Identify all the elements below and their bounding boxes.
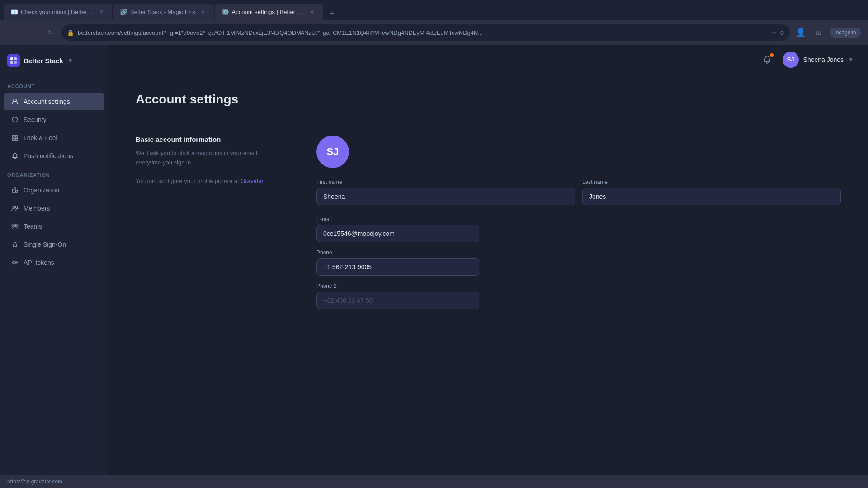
- avatar-row: SJ: [316, 136, 841, 168]
- basic-info-description: Basic account information We'll ask you …: [136, 136, 289, 316]
- extensions-button[interactable]: ⊞: [811, 25, 826, 40]
- sidebar-header: Better Stack ▼: [0, 45, 108, 76]
- phone-input[interactable]: [316, 258, 479, 276]
- members-icon: [11, 204, 19, 212]
- brand-icon: [7, 54, 20, 67]
- browser-toolbar: ← → ↻ 🔒 betterstack.com/settings/account…: [0, 20, 868, 45]
- last-name-group: Last name: [582, 179, 841, 205]
- sidebar-item-account-settings[interactable]: Account settings: [4, 93, 104, 110]
- sidebar-item-teams[interactable]: Teams: [4, 218, 104, 235]
- security-icon: [11, 116, 19, 124]
- browser-chrome: 📧 Check your inbox | Better Stack ✕ 🔗 Be…: [0, 0, 868, 45]
- sso-icon: [11, 240, 19, 249]
- sidebar-security-label: Security: [24, 116, 47, 123]
- address-bar-icons: ☆ ⊕: [771, 29, 784, 36]
- profile-button[interactable]: 👤: [793, 25, 808, 40]
- sidebar-api-tokens-label: API tokens: [24, 259, 54, 266]
- gravatar-suffix: .: [263, 178, 265, 184]
- svg-rect-5: [12, 135, 14, 137]
- user-name: Sheena Jones: [803, 56, 844, 63]
- email-input-wrapper: [316, 225, 479, 242]
- account-settings-icon: [11, 98, 19, 106]
- look-feel-icon: [11, 134, 19, 142]
- svg-rect-3: [14, 61, 17, 64]
- user-chevron-icon: ▼: [848, 56, 854, 63]
- app-topbar: SJ Sheena Jones ▼: [108, 45, 868, 74]
- brand-logo[interactable]: Better Stack ▼: [7, 54, 73, 67]
- notification-dot: [770, 53, 774, 57]
- email-section: E-mail Phone Phone 2: [316, 216, 841, 309]
- sidebar-teams-label: Teams: [24, 223, 42, 230]
- tab-3-close[interactable]: ✕: [309, 8, 316, 15]
- back-button[interactable]: ←: [7, 25, 22, 40]
- sidebar-item-push-notifications[interactable]: Push notifications: [4, 147, 104, 164]
- organization-icon: [11, 186, 19, 194]
- tab-3-title: Account settings | Better Stack: [232, 9, 305, 15]
- sidebar-sso-label: Single Sign-On: [24, 241, 66, 248]
- email-input[interactable]: [316, 225, 479, 242]
- forward-button[interactable]: →: [25, 25, 40, 40]
- sidebar-item-security[interactable]: Security: [4, 111, 104, 128]
- browser-tab-3[interactable]: ⚙️ Account settings | Better Stack ✕: [215, 4, 323, 20]
- phone-input-wrapper: [316, 258, 479, 276]
- tab-2-close[interactable]: ✕: [199, 8, 207, 15]
- first-name-input[interactable]: [316, 188, 575, 205]
- status-url: https://en.gravatar.com: [7, 479, 62, 485]
- address-bar[interactable]: 🔒 betterstack.com/settings/account?_gl=1…: [61, 24, 790, 41]
- tab-2-title: Better Stack - Magic Link: [130, 9, 196, 15]
- sidebar: Better Stack ▼ ACCOUNT Account settings …: [0, 45, 108, 488]
- phone2-group: Phone 2: [316, 283, 841, 309]
- sidebar-organization-label: Organization: [24, 187, 59, 194]
- sidebar-push-notifications-label: Push notifications: [24, 152, 73, 160]
- tab-2-favicon: 🔗: [120, 9, 127, 15]
- reload-button[interactable]: ↻: [43, 25, 58, 40]
- last-name-input[interactable]: [582, 188, 841, 205]
- basic-info-desc-line1: We'll ask you to click a magic link in y…: [136, 150, 257, 156]
- first-name-group: First name: [316, 179, 575, 205]
- sidebar-item-sso[interactable]: Single Sign-On: [4, 236, 104, 253]
- browser-tab-1[interactable]: 📧 Check your inbox | Better Stack ✕: [4, 4, 112, 20]
- url-text: betterstack.com/settings/account?_gl=1*d…: [78, 29, 483, 36]
- brand-name: Better Stack: [24, 57, 63, 65]
- sidebar-look-feel-label: Look & Feel: [24, 134, 57, 141]
- sidebar-item-look-feel[interactable]: Look & Feel: [4, 129, 104, 146]
- basic-info-title: Basic account information: [136, 136, 289, 143]
- new-tab-button[interactable]: +: [326, 7, 339, 20]
- account-section-label: ACCOUNT: [0, 76, 108, 93]
- notification-button[interactable]: [759, 52, 775, 68]
- basic-info-desc: We'll ask you to click a magic link in y…: [136, 149, 289, 186]
- svg-rect-6: [15, 135, 18, 137]
- phone2-label: Phone 2: [316, 283, 841, 289]
- page-title: Account settings: [136, 92, 841, 107]
- tab-1-title: Check your inbox | Better Stack: [21, 9, 94, 15]
- sidebar-account-settings-label: Account settings: [24, 98, 70, 105]
- tab-1-close[interactable]: ✕: [98, 8, 105, 15]
- basic-info-form: SJ First name Last name: [316, 136, 841, 316]
- browser-tab-2[interactable]: 🔗 Better Stack - Magic Link ✕: [113, 4, 214, 20]
- user-menu[interactable]: SJ Sheena Jones ▼: [783, 52, 854, 68]
- svg-rect-11: [16, 190, 18, 192]
- api-tokens-icon: [11, 258, 19, 267]
- push-notifications-icon: [11, 152, 19, 160]
- gravatar-link[interactable]: Gravatar: [241, 178, 263, 184]
- sidebar-item-api-tokens[interactable]: API tokens: [4, 254, 104, 271]
- browser-right-icons: 👤 ⊞ Incognito: [793, 25, 861, 40]
- basic-info-desc-line2: everytime you sign in.: [136, 159, 193, 166]
- topbar-right: SJ Sheena Jones ▼: [759, 52, 854, 68]
- basic-info-configure-text: You can configure your profile picture a…: [136, 178, 239, 184]
- user-avatar: SJ: [783, 52, 799, 68]
- last-name-label: Last name: [582, 179, 841, 185]
- svg-rect-7: [12, 138, 14, 141]
- sidebar-members-label: Members: [24, 205, 50, 212]
- sidebar-item-organization[interactable]: Organization: [4, 182, 104, 199]
- svg-point-16: [16, 225, 18, 226]
- status-bar: https://en.gravatar.com: [0, 475, 868, 488]
- phone-group: Phone: [316, 249, 841, 276]
- sidebar-item-members[interactable]: Members: [4, 200, 104, 217]
- phone2-input[interactable]: [316, 292, 479, 309]
- page-content: Account settings Basic account informati…: [108, 74, 868, 349]
- browser-tabs: 📧 Check your inbox | Better Stack ✕ 🔗 Be…: [0, 0, 868, 20]
- basic-info-section: Basic account information We'll ask you …: [136, 121, 841, 331]
- first-name-label: First name: [316, 179, 575, 185]
- svg-rect-17: [13, 244, 17, 247]
